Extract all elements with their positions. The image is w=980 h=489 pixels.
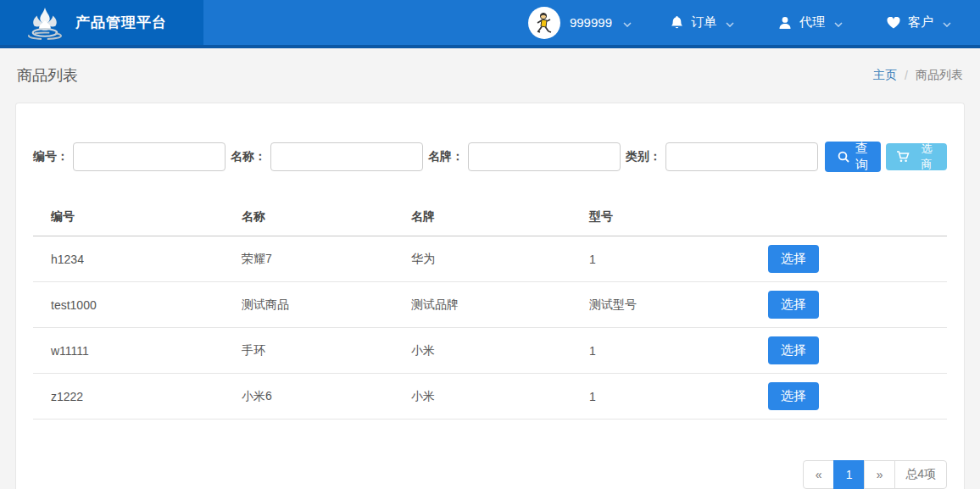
user-menu[interactable]: 999999 — [511, 7, 649, 39]
table-header-row: 编号 名称 名牌 型号 — [33, 204, 947, 236]
cell-name: 测试商品 — [235, 282, 404, 328]
cell-name: 手环 — [235, 328, 404, 374]
chevron-down-icon — [834, 15, 843, 30]
cell-number: h1234 — [33, 236, 235, 282]
pagination-container: « 1 » 总4项 — [33, 460, 947, 489]
cell-name: 小米6 — [235, 374, 404, 420]
cell-name: 荣耀7 — [235, 236, 404, 282]
chevron-down-icon — [623, 15, 632, 31]
heart-icon — [887, 17, 900, 29]
brand-logo-area[interactable]: 产品管理平台 — [0, 0, 203, 45]
bell-icon — [671, 15, 683, 30]
selected-products-button[interactable]: 已选商品 — [886, 143, 947, 170]
cart-icon — [896, 151, 910, 163]
col-header-brand: 名牌 — [404, 204, 582, 236]
pagination: « 1 » 总4项 — [803, 460, 947, 489]
splash-logo-icon — [25, 6, 64, 40]
breadcrumb-home-link[interactable]: 主页 — [873, 68, 897, 83]
pagination-total: 总4项 — [894, 460, 947, 489]
cell-number: w11111 — [33, 328, 235, 374]
cell-model: 1 — [582, 328, 761, 374]
breadcrumb-current: 商品列表 — [916, 68, 963, 83]
col-header-model: 型号 — [582, 204, 761, 236]
name-input[interactable] — [270, 142, 423, 171]
select-button[interactable]: 选择 — [768, 336, 819, 364]
cell-number: z1222 — [33, 374, 235, 420]
app-title: 产品管理平台 — [75, 13, 167, 32]
number-input[interactable] — [73, 142, 226, 171]
table-row: test1000 测试商品 测试品牌 测试型号 选择 — [33, 282, 947, 328]
nav-item-label: 代理 — [799, 14, 825, 31]
select-button[interactable]: 选择 — [768, 291, 819, 319]
cell-brand: 小米 — [404, 328, 582, 374]
navbar-right: 999999 订单 代理 — [511, 0, 980, 45]
field-name: 名称： — [231, 142, 423, 171]
cell-model: 1 — [582, 236, 761, 282]
nav-item-label: 订单 — [691, 14, 716, 31]
table-row: z1222 小米6 小米 1 选择 — [33, 374, 947, 420]
chevron-down-icon — [726, 15, 734, 30]
search-form: 编号： 名称： 名牌： 类别： 查询 — [33, 142, 947, 172]
field-category-label: 类别： — [626, 149, 661, 164]
select-button[interactable]: 选择 — [768, 245, 819, 273]
username: 999999 — [570, 15, 612, 30]
col-header-number: 编号 — [33, 204, 235, 236]
pagination-page-1[interactable]: 1 — [833, 460, 865, 489]
field-category: 类别： — [626, 142, 818, 171]
cell-brand: 小米 — [404, 374, 582, 420]
field-brand-label: 名牌： — [428, 149, 464, 164]
cell-model: 1 — [582, 374, 761, 420]
breadcrumb-separator: / — [905, 69, 908, 82]
field-number: 编号： — [33, 142, 226, 171]
field-number-label: 编号： — [33, 149, 69, 164]
user-avatar — [528, 7, 560, 39]
top-navbar: 产品管理平台 999999 — [0, 0, 980, 48]
table-row: h1234 荣耀7 华为 1 选择 — [33, 236, 947, 282]
brand-input[interactable] — [468, 142, 621, 171]
chevron-down-icon — [943, 15, 951, 30]
products-table: 编号 名称 名牌 型号 h1234 荣耀7 华为 1 选择 test1000 测… — [33, 204, 947, 420]
content-panel: 编号： 名称： 名牌： 类别： 查询 — [15, 103, 965, 489]
page-header: 商品列表 主页 / 商品列表 — [0, 48, 980, 103]
nav-item-label: 客户 — [908, 14, 933, 31]
category-input[interactable] — [665, 142, 818, 171]
pagination-prev[interactable]: « — [803, 460, 834, 489]
search-icon — [838, 151, 849, 163]
col-header-name: 名称 — [235, 204, 404, 236]
nav-item-orders[interactable]: 订单 — [649, 0, 756, 45]
cell-brand: 测试品牌 — [404, 282, 582, 328]
user-icon — [778, 16, 792, 30]
pagination-next[interactable]: » — [864, 460, 895, 489]
cell-brand: 华为 — [404, 236, 582, 282]
breadcrumb: 主页 / 商品列表 — [873, 68, 963, 83]
table-row: w11111 手环 小米 1 选择 — [33, 328, 947, 374]
field-brand: 名牌： — [428, 142, 621, 171]
select-button[interactable]: 选择 — [768, 382, 819, 410]
nav-item-customers[interactable]: 客户 — [865, 0, 973, 45]
field-name-label: 名称： — [231, 149, 266, 164]
query-button[interactable]: 查询 — [825, 142, 881, 172]
cell-number: test1000 — [33, 282, 235, 328]
col-header-action — [761, 204, 947, 236]
nav-item-agents[interactable]: 代理 — [756, 0, 865, 45]
page-title: 商品列表 — [17, 65, 78, 86]
cell-model: 测试型号 — [582, 282, 761, 328]
